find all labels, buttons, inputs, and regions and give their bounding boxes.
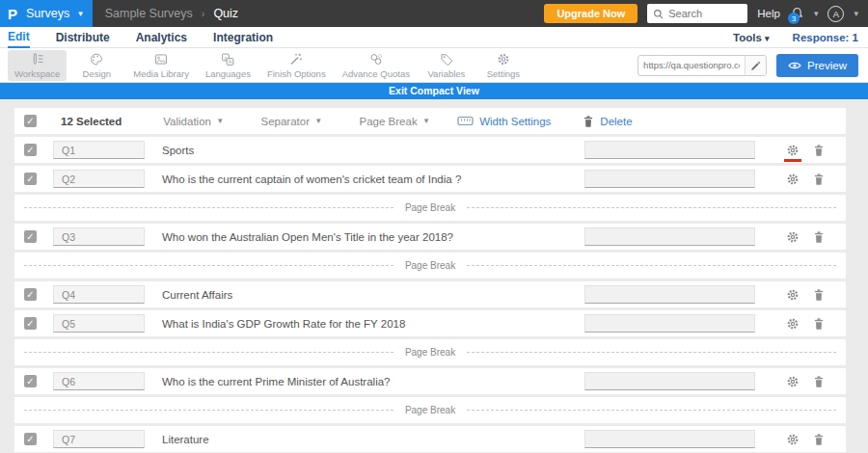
notifications-button[interactable]: 3 (790, 6, 804, 21)
help-link[interactable]: Help (757, 8, 780, 19)
toolbar-item-advance-quotas[interactable]: Advance Quotas (336, 50, 417, 81)
toolbar-item-design[interactable]: Design (69, 50, 123, 81)
languages-icon: xA (220, 52, 235, 67)
page-break-label: Page Break (395, 260, 465, 271)
search-input[interactable] (668, 8, 740, 19)
page-break-row: Page Break (14, 397, 846, 423)
question-code-input[interactable] (53, 285, 145, 304)
question-settings-button[interactable] (786, 173, 800, 186)
response-count-link[interactable]: Response: 1 (793, 32, 858, 43)
question-delete-button[interactable] (813, 375, 825, 388)
toolbar-item-media-library[interactable]: Media Library (126, 50, 196, 81)
topbar-right-actions: Upgrade Now Help 3 ▾ A ▾ (544, 4, 868, 23)
page-break-divider (24, 352, 393, 353)
tab-analytics[interactable]: Analytics (136, 27, 187, 48)
row-checkbox[interactable]: ✓ (24, 144, 37, 156)
question-code-input[interactable] (53, 314, 145, 333)
selected-count-label: 12 Selected (61, 116, 122, 127)
survey-url-box (637, 55, 767, 76)
toolbar-item-finish-options[interactable]: Finish Options (260, 50, 333, 81)
question-text: Who won the Australian Open Men's Title … (162, 231, 584, 243)
question-code-input[interactable] (53, 227, 145, 246)
row-checkbox[interactable]: ✓ (24, 433, 37, 445)
question-delete-button[interactable] (813, 433, 825, 446)
preview-button[interactable]: Preview (776, 54, 858, 77)
gear-icon (786, 288, 800, 302)
page-break-divider (467, 352, 836, 353)
chevron-down-icon: ▾ (78, 10, 83, 18)
question-delete-button[interactable] (813, 317, 825, 331)
separator-dropdown[interactable]: Separator ▾ (260, 116, 320, 127)
surveys-product-menu[interactable]: P Surveys ▾ (0, 0, 93, 27)
question-delete-button[interactable] (813, 288, 825, 302)
trash-icon (813, 317, 825, 331)
answer-input[interactable] (584, 170, 755, 188)
chevron-down-icon[interactable]: ▾ (854, 10, 858, 18)
row-checkbox[interactable]: ✓ (24, 173, 37, 185)
row-checkbox[interactable]: ✓ (24, 288, 37, 301)
question-settings-button[interactable] (786, 230, 800, 244)
question-row-q4: ✓ Current Affairs (14, 281, 846, 307)
question-settings-button[interactable] (786, 317, 800, 331)
exit-compact-view-bar[interactable]: Exit Compact View (0, 83, 868, 99)
eye-icon (788, 61, 801, 70)
toolbar-item-variables[interactable]: Variables (420, 50, 474, 81)
row-checkbox[interactable]: ✓ (24, 375, 37, 387)
question-code-input[interactable] (53, 372, 145, 390)
answer-input[interactable] (584, 372, 755, 390)
toolbar-item-workspace[interactable]: Workspace (8, 50, 67, 81)
question-text: What is India's GDP Growth Rate for the … (162, 318, 584, 330)
toolbar-item-label: Design (83, 68, 112, 79)
top-navigation-bar: P Surveys ▾ Sample Surveys › Quiz Upgrad… (0, 0, 868, 27)
row-checkbox[interactable]: ✓ (24, 230, 37, 243)
answer-input[interactable] (584, 227, 755, 246)
page-break-dropdown[interactable]: Page Break ▾ (360, 116, 429, 127)
page-break-row: Page Break (14, 253, 846, 279)
delete-button[interactable]: Delete (583, 115, 632, 128)
tools-menu[interactable]: Tools ▾ (733, 32, 770, 43)
select-all-checkbox[interactable]: ✓ (24, 115, 37, 127)
question-code-input[interactable] (53, 430, 145, 448)
answer-input[interactable] (584, 285, 755, 304)
toolbar-right: Preview (637, 54, 858, 77)
global-search[interactable] (647, 4, 747, 23)
answer-input[interactable] (584, 141, 755, 159)
breadcrumb-parent[interactable]: Sample Surveys (105, 7, 193, 20)
trash-icon (813, 144, 825, 157)
question-delete-button[interactable] (813, 230, 825, 244)
chevron-down-icon[interactable]: ▾ (814, 10, 819, 18)
question-settings-button[interactable] (786, 144, 800, 157)
width-settings-button[interactable]: Width Settings (457, 116, 551, 127)
question-settings-button[interactable] (786, 288, 800, 302)
tab-edit[interactable]: Edit (8, 27, 30, 48)
toolbar-item-label: Media Library (133, 68, 189, 79)
chevron-down-icon: ▾ (765, 34, 770, 43)
toolbar-item-settings[interactable]: Settings (476, 50, 530, 81)
page-break-label: Page Break (395, 405, 465, 415)
question-settings-button[interactable] (786, 433, 800, 446)
question-text: Current Affairs (162, 289, 584, 301)
tabbar-right: Tools ▾ Response: 1 (733, 32, 858, 43)
page-break-divider (467, 410, 836, 411)
row-checkbox[interactable]: ✓ (24, 317, 37, 330)
tab-integration[interactable]: Integration (213, 27, 273, 48)
survey-url-input[interactable] (638, 60, 745, 70)
trash-icon (813, 173, 825, 186)
gear-icon (786, 433, 800, 446)
answer-input[interactable] (584, 314, 755, 333)
tab-distribute[interactable]: Distribute (56, 27, 110, 48)
question-delete-button[interactable] (813, 173, 825, 186)
trash-icon (583, 115, 594, 128)
question-delete-button[interactable] (813, 144, 825, 157)
avatar[interactable]: A (827, 6, 844, 22)
question-settings-button[interactable] (786, 375, 800, 388)
gear-icon (786, 173, 800, 186)
validation-dropdown[interactable]: Validation ▾ (163, 116, 222, 127)
question-code-input[interactable] (53, 141, 145, 159)
answer-input[interactable] (584, 430, 755, 448)
question-code-input[interactable] (53, 170, 145, 188)
page-break-divider (24, 207, 393, 208)
toolbar-item-languages[interactable]: xA Languages (199, 50, 258, 81)
upgrade-now-button[interactable]: Upgrade Now (544, 4, 637, 23)
edit-url-button[interactable] (745, 55, 766, 76)
